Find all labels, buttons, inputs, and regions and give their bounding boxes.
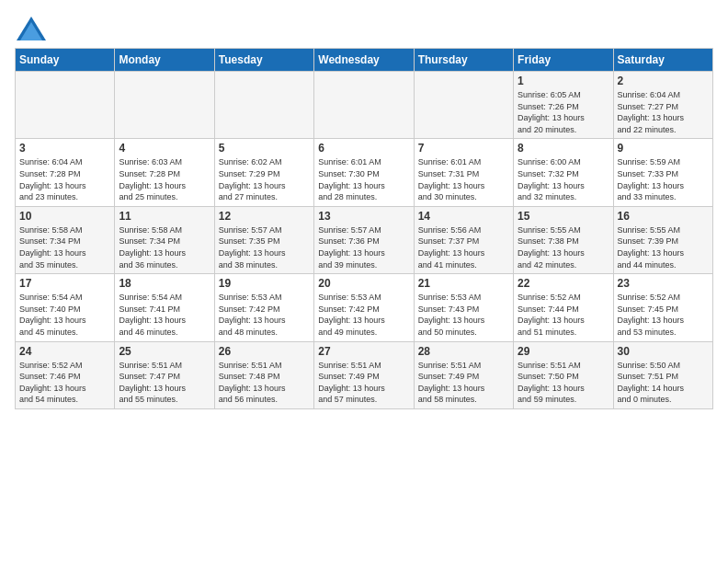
calendar-day-cell: 21Sunrise: 5:53 AM Sunset: 7:43 PM Dayli… <box>414 274 513 341</box>
day-number: 8 <box>518 142 609 155</box>
calendar-day-cell: 6Sunrise: 6:01 AM Sunset: 7:30 PM Daylig… <box>314 139 414 206</box>
day-info: Sunrise: 5:58 AM Sunset: 7:34 PM Dayligh… <box>119 224 210 270</box>
day-number: 19 <box>219 277 310 290</box>
calendar-day-cell <box>115 72 214 139</box>
day-info: Sunrise: 5:57 AM Sunset: 7:35 PM Dayligh… <box>219 224 310 270</box>
day-info: Sunrise: 6:04 AM Sunset: 7:27 PM Dayligh… <box>618 89 709 135</box>
day-info: Sunrise: 5:53 AM Sunset: 7:42 PM Dayligh… <box>318 292 409 338</box>
day-number: 9 <box>618 142 709 155</box>
calendar-week-row: 17Sunrise: 5:54 AM Sunset: 7:40 PM Dayli… <box>16 274 713 341</box>
day-number: 2 <box>618 75 709 87</box>
weekday-header-cell: Monday <box>115 49 214 72</box>
calendar-day-cell: 2Sunrise: 6:04 AM Sunset: 7:27 PM Daylig… <box>613 72 712 139</box>
calendar-day-cell: 17Sunrise: 5:54 AM Sunset: 7:40 PM Dayli… <box>16 274 115 341</box>
day-number: 6 <box>318 142 409 155</box>
day-number: 14 <box>418 210 509 223</box>
day-number: 23 <box>618 277 709 290</box>
day-info: Sunrise: 5:51 AM Sunset: 7:48 PM Dayligh… <box>219 360 310 406</box>
calendar-day-cell: 8Sunrise: 6:00 AM Sunset: 7:32 PM Daylig… <box>514 139 613 206</box>
day-number: 17 <box>19 277 110 290</box>
logo <box>15 15 53 42</box>
weekday-header-cell: Wednesday <box>314 49 414 72</box>
day-info: Sunrise: 5:51 AM Sunset: 7:49 PM Dayligh… <box>418 360 509 406</box>
calendar-day-cell: 3Sunrise: 6:04 AM Sunset: 7:28 PM Daylig… <box>16 139 115 206</box>
calendar-day-cell: 10Sunrise: 5:58 AM Sunset: 7:34 PM Dayli… <box>16 206 115 273</box>
weekday-header-row: SundayMondayTuesdayWednesdayThursdayFrid… <box>16 49 713 72</box>
calendar-day-cell: 23Sunrise: 5:52 AM Sunset: 7:45 PM Dayli… <box>613 274 712 341</box>
calendar-day-cell <box>16 72 115 139</box>
day-info: Sunrise: 5:56 AM Sunset: 7:37 PM Dayligh… <box>418 224 509 270</box>
day-info: Sunrise: 6:04 AM Sunset: 7:28 PM Dayligh… <box>19 156 110 202</box>
day-number: 18 <box>119 277 210 290</box>
day-number: 11 <box>119 210 210 223</box>
calendar-day-cell <box>314 72 414 139</box>
calendar-day-cell: 5Sunrise: 6:02 AM Sunset: 7:29 PM Daylig… <box>214 139 313 206</box>
day-number: 1 <box>518 75 609 87</box>
day-number: 30 <box>618 345 709 358</box>
calendar-day-cell: 11Sunrise: 5:58 AM Sunset: 7:34 PM Dayli… <box>115 206 214 273</box>
calendar-day-cell: 25Sunrise: 5:51 AM Sunset: 7:47 PM Dayli… <box>115 341 214 408</box>
day-number: 4 <box>119 142 210 155</box>
calendar-day-cell: 18Sunrise: 5:54 AM Sunset: 7:41 PM Dayli… <box>115 274 214 341</box>
weekday-header-cell: Thursday <box>414 49 513 72</box>
calendar-day-cell: 7Sunrise: 6:01 AM Sunset: 7:31 PM Daylig… <box>414 139 513 206</box>
day-number: 22 <box>518 277 609 290</box>
calendar-day-cell: 20Sunrise: 5:53 AM Sunset: 7:42 PM Dayli… <box>314 274 414 341</box>
day-info: Sunrise: 5:52 AM Sunset: 7:44 PM Dayligh… <box>518 292 609 338</box>
day-info: Sunrise: 5:53 AM Sunset: 7:42 PM Dayligh… <box>219 292 310 338</box>
calendar-day-cell: 4Sunrise: 6:03 AM Sunset: 7:28 PM Daylig… <box>115 139 214 206</box>
logo-icon <box>15 15 48 42</box>
header-area <box>15 15 713 42</box>
calendar-table: SundayMondayTuesdayWednesdayThursdayFrid… <box>15 48 713 409</box>
day-number: 15 <box>518 210 609 223</box>
calendar-day-cell: 24Sunrise: 5:52 AM Sunset: 7:46 PM Dayli… <box>16 341 115 408</box>
day-info: Sunrise: 5:51 AM Sunset: 7:50 PM Dayligh… <box>518 360 609 406</box>
day-info: Sunrise: 5:59 AM Sunset: 7:33 PM Dayligh… <box>618 156 709 202</box>
calendar-day-cell <box>414 72 513 139</box>
calendar-body: 1Sunrise: 6:05 AM Sunset: 7:26 PM Daylig… <box>16 72 713 409</box>
day-number: 24 <box>19 345 110 358</box>
day-info: Sunrise: 5:54 AM Sunset: 7:40 PM Dayligh… <box>19 292 110 338</box>
day-info: Sunrise: 6:00 AM Sunset: 7:32 PM Dayligh… <box>518 156 609 202</box>
day-info: Sunrise: 6:03 AM Sunset: 7:28 PM Dayligh… <box>119 156 210 202</box>
calendar-week-row: 10Sunrise: 5:58 AM Sunset: 7:34 PM Dayli… <box>16 206 713 273</box>
day-info: Sunrise: 5:55 AM Sunset: 7:38 PM Dayligh… <box>518 224 609 270</box>
calendar-day-cell: 14Sunrise: 5:56 AM Sunset: 7:37 PM Dayli… <box>414 206 513 273</box>
calendar-day-cell: 22Sunrise: 5:52 AM Sunset: 7:44 PM Dayli… <box>514 274 613 341</box>
day-info: Sunrise: 6:02 AM Sunset: 7:29 PM Dayligh… <box>219 156 310 202</box>
day-info: Sunrise: 5:52 AM Sunset: 7:45 PM Dayligh… <box>618 292 709 338</box>
day-number: 5 <box>219 142 310 155</box>
calendar-day-cell: 9Sunrise: 5:59 AM Sunset: 7:33 PM Daylig… <box>613 139 712 206</box>
calendar-day-cell: 19Sunrise: 5:53 AM Sunset: 7:42 PM Dayli… <box>214 274 313 341</box>
day-info: Sunrise: 5:53 AM Sunset: 7:43 PM Dayligh… <box>418 292 509 338</box>
day-info: Sunrise: 5:50 AM Sunset: 7:51 PM Dayligh… <box>618 360 709 406</box>
calendar-day-cell: 30Sunrise: 5:50 AM Sunset: 7:51 PM Dayli… <box>613 341 712 408</box>
day-info: Sunrise: 5:57 AM Sunset: 7:36 PM Dayligh… <box>318 224 409 270</box>
calendar-week-row: 24Sunrise: 5:52 AM Sunset: 7:46 PM Dayli… <box>16 341 713 408</box>
calendar-day-cell: 29Sunrise: 5:51 AM Sunset: 7:50 PM Dayli… <box>514 341 613 408</box>
calendar-day-cell: 16Sunrise: 5:55 AM Sunset: 7:39 PM Dayli… <box>613 206 712 273</box>
day-info: Sunrise: 6:05 AM Sunset: 7:26 PM Dayligh… <box>518 89 609 135</box>
day-info: Sunrise: 5:54 AM Sunset: 7:41 PM Dayligh… <box>119 292 210 338</box>
day-number: 12 <box>219 210 310 223</box>
day-number: 3 <box>19 142 110 155</box>
day-number: 25 <box>119 345 210 358</box>
weekday-header-cell: Tuesday <box>214 49 313 72</box>
day-info: Sunrise: 5:58 AM Sunset: 7:34 PM Dayligh… <box>19 224 110 270</box>
calendar-day-cell: 28Sunrise: 5:51 AM Sunset: 7:49 PM Dayli… <box>414 341 513 408</box>
calendar-day-cell: 1Sunrise: 6:05 AM Sunset: 7:26 PM Daylig… <box>514 72 613 139</box>
weekday-header-cell: Sunday <box>16 49 115 72</box>
calendar-day-cell: 27Sunrise: 5:51 AM Sunset: 7:49 PM Dayli… <box>314 341 414 408</box>
calendar-week-row: 3Sunrise: 6:04 AM Sunset: 7:28 PM Daylig… <box>16 139 713 206</box>
day-number: 20 <box>318 277 409 290</box>
day-number: 21 <box>418 277 509 290</box>
day-number: 16 <box>618 210 709 223</box>
day-info: Sunrise: 5:51 AM Sunset: 7:47 PM Dayligh… <box>119 360 210 406</box>
calendar-day-cell <box>214 72 313 139</box>
calendar-day-cell: 26Sunrise: 5:51 AM Sunset: 7:48 PM Dayli… <box>214 341 313 408</box>
day-info: Sunrise: 6:01 AM Sunset: 7:30 PM Dayligh… <box>318 156 409 202</box>
day-number: 7 <box>418 142 509 155</box>
day-number: 29 <box>518 345 609 358</box>
day-number: 13 <box>318 210 409 223</box>
day-info: Sunrise: 5:52 AM Sunset: 7:46 PM Dayligh… <box>19 360 110 406</box>
